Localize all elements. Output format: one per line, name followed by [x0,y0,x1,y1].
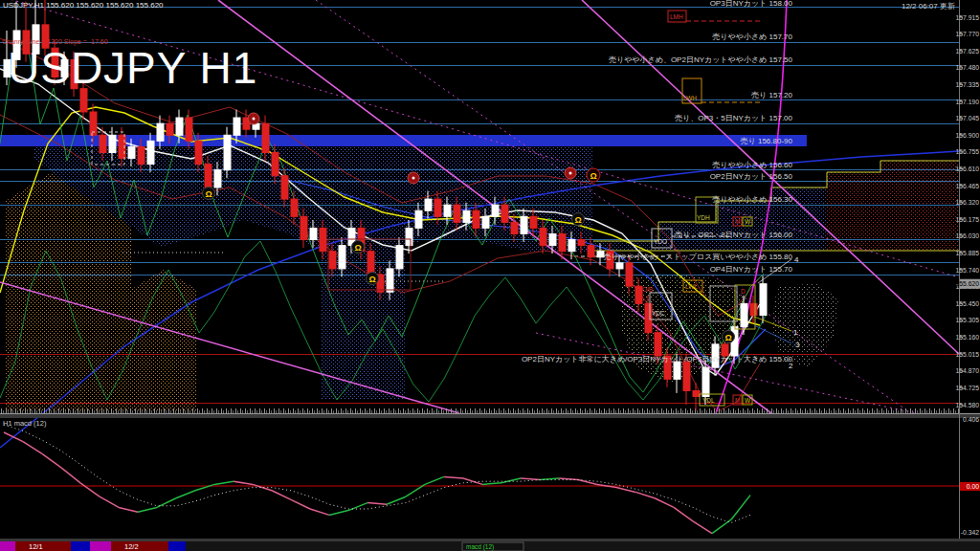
candle-bear [205,165,212,187]
marker-box-label: LWL [685,283,698,290]
candle-bear [501,205,508,222]
price-tick-label: 155.885 [955,250,979,256]
candle-bull [406,228,412,245]
omega-icon: Ω [724,333,731,342]
candle-bull [415,210,422,228]
price-tick-label: 157.480 [955,64,979,71]
current-price-label: 155.620 [955,280,979,287]
panel-divider [0,539,980,541]
candle-bull [482,216,489,228]
order-annotation: 売り 157.20 [751,91,792,99]
marker-box-label: M [735,218,740,225]
marker-box-label: LMH [670,13,683,20]
timeline-segment[interactable] [15,541,71,551]
timeline-segment[interactable] [71,541,90,551]
price-tick-label: 156.755 [955,148,979,155]
chart-background [0,0,980,551]
price-tick-label: 156.900 [955,132,979,139]
marker-box-label: YDC [652,310,665,317]
price-tick-label: 156.175 [955,216,979,223]
omega-icon: Ω [368,275,375,284]
line-numeral: 4 [794,255,799,264]
marker-box-label: M [735,397,740,404]
candle-bull [310,228,317,239]
marker-box-label: W [745,218,751,225]
price-tick-label: 155.740 [955,267,979,274]
candle-bear [42,25,49,48]
candle-bear [540,228,546,245]
candle-bull [33,25,39,54]
candle-bull [224,135,231,169]
candle-bear [329,252,336,269]
omega-icon: Ω [590,171,596,181]
timeline-segment[interactable] [90,541,111,551]
price-tick-label: 155.015 [955,351,979,358]
marker-box-label: YDL [702,397,715,404]
candle-bull [549,234,556,246]
mt4-chart-window[interactable]: LMHLWHYDHMWYDOLWLYDCDYDLMWΩΩΩΩΩΩ4132O/B … [0,0,980,551]
candle-bear [320,228,326,251]
candle-bear [454,205,460,222]
chart-canvas[interactable]: LMHLWHYDHMWYDOLWLYDCDYDLMWΩΩΩΩΩΩ4132O/B … [0,0,980,551]
order-annotation: 売り 156.80-90 [741,137,793,145]
candle-bear [655,333,661,356]
red-signal-center [412,177,415,180]
candle-bull [760,284,767,316]
candle-bear [186,118,192,141]
candle-bear [511,222,518,233]
candle-bear [559,234,566,252]
candle-bull [463,210,470,222]
timeline-segment[interactable] [0,541,15,551]
omega-icon: Ω [205,189,212,199]
candle-bear [301,216,307,239]
price-tick-label: 157.045 [955,115,979,121]
candle-bear [80,89,87,112]
candle-bear [750,303,757,315]
timeline-bar[interactable]: 12/112/2macd (12) [0,541,980,551]
price-tick-label: 157.770 [955,31,979,37]
candle-bull [492,205,499,216]
order-annotation: 売り、OP2・8日NYカット 156.00 [675,231,793,239]
candle-bull [674,362,680,379]
candle-bull [13,31,20,59]
price-tick-label: 155.450 [955,300,979,307]
line-numeral: 3 [795,341,800,349]
timeline-segment[interactable] [111,541,168,551]
timeline-segment[interactable] [168,541,186,551]
price-tick-label: 157.915 [955,14,979,21]
candle-bear [635,286,642,303]
candle-bull [616,263,623,269]
candle-bear [195,141,202,164]
candle-bear [291,199,298,216]
candle-bear [100,135,106,152]
order-annotation: 売りやや小さめ、OP2日NYカットやや小さめ 157.50 [609,55,793,64]
macd-mini-label: macd (12) [466,543,494,551]
price-tick-label: 157.190 [955,99,979,105]
macd-scale-label: 0.00 [967,483,979,490]
tiny-marker-text: O/B [642,286,653,293]
order-annotation: 売りやや小さめ 156.60 [712,161,792,169]
price-tick-label: 157.335 [955,81,979,88]
candle-bull [568,240,575,252]
marker-box-label: YDO [654,238,667,245]
candle-bear [588,246,594,257]
order-annotation: 売りやや小さめ 156.30 [712,195,792,204]
candle-bear [578,240,585,246]
order-annotation: 売りやや小さめ 157.70 [712,33,792,41]
price-tick-label: 156.030 [955,232,979,239]
candle-bear [52,48,58,77]
macd-scale-label: -0.342 [961,529,979,536]
order-annotation: OP2日NYカット 156.50 [710,172,793,181]
cloud-region [132,270,196,411]
candle-bear [683,362,690,390]
candle-bull [387,269,393,292]
timeline-segment[interactable] [186,541,980,551]
price-tick-label: 156.610 [955,165,979,172]
candle-bull [176,118,183,135]
candle-bull [741,303,747,326]
line-numeral: 1 [793,328,798,337]
panel-divider [0,413,980,418]
candle-bear [71,59,78,88]
candle-bear [368,252,374,275]
timeline-date-label: 12/2 [124,542,139,551]
